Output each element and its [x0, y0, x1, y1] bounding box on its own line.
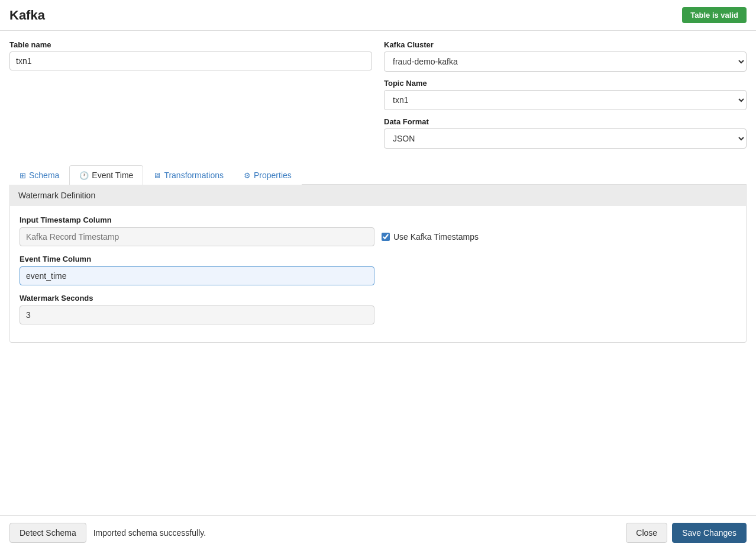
tabs-container: ⊞ Schema 🕐 Event Time 🖥 Transformations …: [9, 165, 747, 185]
close-button[interactable]: Close: [626, 523, 667, 543]
table-name-label: Table name: [9, 40, 372, 49]
table-name-input[interactable]: [9, 52, 372, 70]
data-format-select[interactable]: JSON: [384, 128, 747, 149]
footer: Detect Schema Imported schema successful…: [0, 515, 756, 550]
gear-icon: ⚙: [244, 171, 251, 180]
watermark-seconds-group: Watermark Seconds: [20, 294, 736, 324]
watermark-seconds-input[interactable]: [20, 305, 374, 324]
monitor-icon: 🖥: [153, 171, 161, 180]
save-changes-button[interactable]: Save Changes: [672, 523, 747, 543]
page-title: Kafka: [9, 8, 45, 23]
tab-event-time-label: Event Time: [92, 171, 133, 180]
footer-right: Close Save Changes: [626, 523, 747, 543]
tab-transformations[interactable]: 🖥 Transformations: [143, 165, 234, 185]
table-icon: ⊞: [20, 171, 26, 180]
topic-name-group: Topic Name txn1: [384, 79, 747, 110]
input-timestamp-group: Input Timestamp Column Use Kafka Timesta…: [20, 216, 736, 246]
tab-properties[interactable]: ⚙ Properties: [234, 165, 302, 185]
event-time-column-input[interactable]: [20, 266, 374, 285]
footer-left: Detect Schema Imported schema successful…: [9, 523, 206, 543]
event-time-column-group: Event Time Column: [20, 255, 736, 285]
watermark-body: Input Timestamp Column Use Kafka Timesta…: [10, 206, 746, 342]
tab-event-time[interactable]: 🕐 Event Time: [69, 165, 143, 185]
valid-badge: Table is valid: [682, 7, 747, 23]
status-text: Imported schema successfully.: [93, 528, 206, 538]
tab-schema[interactable]: ⊞ Schema: [9, 165, 69, 185]
topic-name-select[interactable]: txn1: [384, 90, 747, 110]
detect-schema-button[interactable]: Detect Schema: [9, 523, 86, 543]
table-name-group: Table name: [9, 40, 372, 70]
topic-name-label: Topic Name: [384, 79, 747, 88]
watermark-section-title: Watermark Definition: [10, 185, 746, 206]
kafka-cluster-select[interactable]: fraud-demo-kafka: [384, 52, 747, 72]
header: Kafka Table is valid: [0, 0, 756, 31]
watermark-seconds-label: Watermark Seconds: [20, 294, 736, 303]
data-format-label: Data Format: [384, 117, 747, 126]
data-format-group: Data Format JSON: [384, 117, 747, 149]
clock-icon: 🕐: [79, 171, 89, 180]
input-timestamp-input[interactable]: [20, 227, 374, 246]
form-left-col: Table name: [9, 40, 372, 156]
tab-panel-event-time: Watermark Definition Input Timestamp Col…: [9, 185, 747, 343]
kafka-cluster-label: Kafka Cluster: [384, 40, 747, 49]
input-timestamp-label: Input Timestamp Column: [20, 216, 736, 224]
form-top-row: Table name Kafka Cluster fraud-demo-kafk…: [9, 40, 747, 156]
use-kafka-timestamps-checkbox[interactable]: [382, 233, 390, 241]
input-timestamp-row: Use Kafka Timestamps: [20, 227, 736, 246]
tab-schema-label: Schema: [29, 171, 59, 180]
tab-transformations-label: Transformations: [164, 171, 224, 180]
use-kafka-timestamps-text: Use Kafka Timestamps: [393, 232, 479, 242]
form-right-col: Kafka Cluster fraud-demo-kafka Topic Nam…: [384, 40, 747, 156]
event-time-column-label: Event Time Column: [20, 255, 736, 263]
kafka-cluster-group: Kafka Cluster fraud-demo-kafka: [384, 40, 747, 72]
tab-properties-label: Properties: [254, 171, 292, 180]
main-content: Table name Kafka Cluster fraud-demo-kafk…: [0, 31, 756, 515]
use-kafka-timestamps-label[interactable]: Use Kafka Timestamps: [382, 232, 479, 242]
